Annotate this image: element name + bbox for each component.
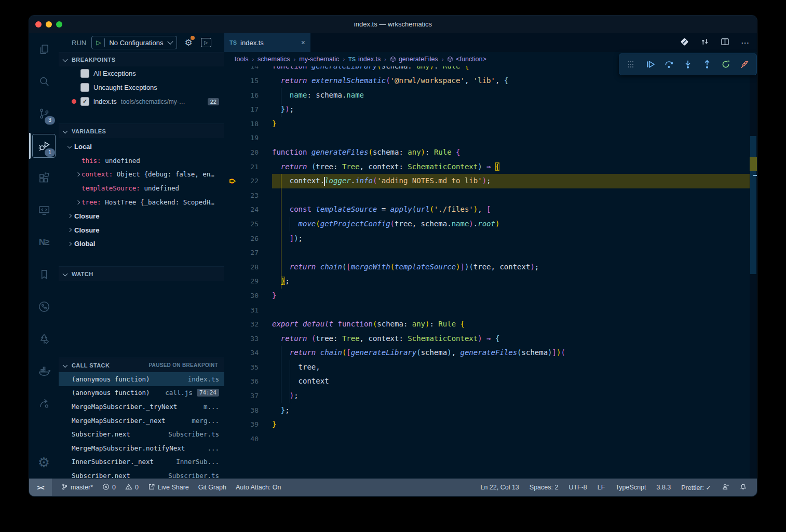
split-editor-icon[interactable] bbox=[721, 37, 729, 48]
variable-row[interactable]: tree: HostTree {_backend: ScopedH… bbox=[59, 195, 224, 209]
more-actions-icon[interactable]: ⋯ bbox=[741, 38, 750, 48]
breadcrumb-item[interactable]: tools bbox=[235, 56, 248, 63]
activity-files-icon[interactable] bbox=[29, 33, 59, 65]
breadcrumb-item[interactable]: generateFiles bbox=[390, 56, 438, 63]
title-bar[interactable]: index.ts — wrkschematics bbox=[29, 16, 757, 34]
gutter[interactable]: 21 bbox=[224, 160, 272, 174]
code-line-40[interactable]: 40 bbox=[224, 432, 750, 446]
code-line-19[interactable]: 19 bbox=[224, 131, 750, 145]
activity-remote-explorer-icon[interactable] bbox=[29, 194, 59, 226]
code-line-17[interactable]: 17 }); bbox=[224, 102, 750, 117]
gutter[interactable]: 30 bbox=[224, 289, 272, 303]
status-3-8-3[interactable]: 3.8.3 bbox=[656, 484, 671, 491]
call-stack-frame[interactable]: (anonymous function)call.js74:24 bbox=[59, 386, 224, 400]
step-out-button[interactable] bbox=[700, 57, 714, 72]
breakpoint-row[interactable]: ✓index.tstools/schematics/my-sch...22 bbox=[59, 94, 224, 108]
status-git-graph[interactable]: Git Graph bbox=[198, 484, 226, 491]
activity-docker-icon[interactable] bbox=[29, 355, 59, 387]
scope-row[interactable]: Global bbox=[59, 237, 224, 251]
status-typescript[interactable]: TypeScript bbox=[615, 484, 646, 491]
code-line-24[interactable]: 24 const templateSource = apply(url('./f… bbox=[224, 202, 750, 217]
variable-row[interactable]: context: Object {debug: false, en… bbox=[59, 168, 224, 182]
gutter[interactable]: 29 bbox=[224, 274, 272, 289]
breakpoint-checkbox[interactable] bbox=[80, 83, 89, 92]
breakpoint-row[interactable]: All Exceptions bbox=[59, 66, 224, 80]
code-line-16[interactable]: 16 name: schema.name bbox=[224, 88, 750, 103]
code-line-21[interactable]: 21 return (tree: Tree, context: Schemati… bbox=[224, 160, 750, 174]
code-line-34[interactable]: 34 return chain([generateLibrary(schema)… bbox=[224, 346, 750, 360]
gutter[interactable]: 24 bbox=[224, 202, 272, 217]
activity-search-icon[interactable] bbox=[29, 65, 59, 98]
status-0[interactable]: 0 bbox=[125, 483, 139, 492]
call-stack-frame[interactable]: (anonymous function)index.ts bbox=[59, 372, 224, 386]
gutter[interactable]: 16 bbox=[224, 88, 272, 103]
gutter[interactable]: 36 bbox=[224, 374, 272, 389]
activity-git-graph-icon[interactable] bbox=[29, 291, 59, 323]
gutter[interactable]: 26 bbox=[224, 231, 272, 246]
step-into-button[interactable] bbox=[681, 57, 695, 72]
activity-test-explorer-icon[interactable] bbox=[29, 323, 59, 355]
scope-row[interactable]: Local bbox=[59, 140, 224, 154]
code-line-26[interactable]: 26 ]); bbox=[224, 231, 750, 246]
gutter[interactable]: 17 bbox=[224, 102, 272, 117]
code-line-38[interactable]: 38 }; bbox=[224, 403, 750, 418]
status-auto-attach-on[interactable]: Auto Attach: On bbox=[236, 484, 281, 491]
activity-run-debug-icon[interactable]: 1 bbox=[29, 130, 59, 162]
gutter[interactable]: 19 bbox=[224, 131, 272, 145]
activity-source-control-icon[interactable]: 3 bbox=[29, 98, 59, 130]
code-line-30[interactable]: 30} bbox=[224, 289, 750, 303]
activity-extensions-icon[interactable] bbox=[29, 162, 59, 194]
code-editor[interactable]: 14function generateLibrary(schema: any):… bbox=[224, 66, 750, 479]
gutter[interactable]: 23 bbox=[224, 188, 272, 203]
status-lf[interactable]: LF bbox=[598, 484, 605, 491]
variable-row[interactable]: this: undefined bbox=[59, 154, 224, 168]
tab-index-ts[interactable]: TS index.ts × bbox=[224, 33, 310, 52]
code-line-35[interactable]: 35 tree, bbox=[224, 360, 750, 375]
gutter[interactable]: 15 bbox=[224, 74, 272, 88]
gutter[interactable]: 22 bbox=[224, 174, 272, 188]
code-line-37[interactable]: 37 ); bbox=[224, 389, 750, 403]
configure-gear-icon[interactable]: ⚙ bbox=[184, 37, 192, 48]
status-ln-22-col-13[interactable]: Ln 22, Col 13 bbox=[480, 484, 519, 491]
gutter[interactable]: 27 bbox=[224, 245, 272, 260]
call-stack-frame[interactable]: MergeMapSubscriber.notifyNext... bbox=[59, 441, 224, 455]
settings-gear-icon[interactable]: ⚙ bbox=[29, 449, 59, 475]
launch-configuration-dropdown[interactable]: ▷ No Configurations bbox=[91, 36, 177, 49]
code-line-36[interactable]: 36 context bbox=[224, 374, 750, 389]
editor-scrollbar[interactable] bbox=[750, 66, 757, 479]
code-line-29[interactable]: 29 }; bbox=[224, 274, 750, 289]
restart-button[interactable] bbox=[719, 57, 733, 72]
status-bell[interactable] bbox=[740, 483, 747, 492]
scope-row[interactable]: Closure bbox=[59, 223, 224, 237]
activity-nx-console-icon[interactable]: N≥ bbox=[29, 226, 59, 258]
gutter[interactable]: 18 bbox=[224, 117, 272, 131]
code-line-33[interactable]: 33 return (tree: Tree, context: Schemati… bbox=[224, 332, 750, 346]
gutter[interactable]: 32 bbox=[224, 317, 272, 332]
gutter[interactable]: 25 bbox=[224, 217, 272, 231]
status-spaces-2[interactable]: Spaces: 2 bbox=[530, 484, 559, 491]
gutter[interactable]: 37 bbox=[224, 389, 272, 403]
remote-indicator[interactable]: >< bbox=[29, 479, 52, 496]
code-line-32[interactable]: 32export default function(schema: any): … bbox=[224, 317, 750, 332]
gutter[interactable]: 33 bbox=[224, 332, 272, 346]
breakpoints-header[interactable]: BREAKPOINTS bbox=[59, 52, 224, 66]
code-line-23[interactable]: 23 bbox=[224, 188, 750, 203]
variables-header[interactable]: VARIABLES bbox=[59, 124, 224, 138]
compare-branches-icon[interactable] bbox=[700, 37, 709, 48]
breadcrumb-item[interactable]: schematics bbox=[258, 56, 290, 63]
debug-console-icon[interactable]: ▷ bbox=[201, 38, 211, 47]
gutter[interactable]: 14 bbox=[224, 66, 272, 74]
code-line-15[interactable]: 15 return externalSchematic('@nrwl/works… bbox=[224, 74, 750, 88]
code-line-25[interactable]: 25 move(getProjectConfig(tree, schema.na… bbox=[224, 217, 750, 231]
code-line-22[interactable]: 22 context.logger.info('adding NOTES.md … bbox=[224, 174, 750, 188]
code-line-28[interactable]: 28 return chain([mergeWith(templateSourc… bbox=[224, 260, 750, 275]
open-changes-icon[interactable] bbox=[680, 37, 689, 48]
variable-row[interactable]: templateSource: undefined bbox=[59, 181, 224, 195]
code-line-18[interactable]: 18} bbox=[224, 117, 750, 131]
continue-button[interactable] bbox=[643, 57, 657, 72]
gutter[interactable]: 20 bbox=[224, 145, 272, 160]
status-utf-8[interactable]: UTF-8 bbox=[568, 484, 587, 491]
breadcrumb-item[interactable]: TSindex.ts bbox=[348, 56, 381, 63]
breadcrumb-item[interactable]: my-schematic bbox=[299, 56, 339, 63]
disconnect-button[interactable] bbox=[738, 57, 752, 72]
